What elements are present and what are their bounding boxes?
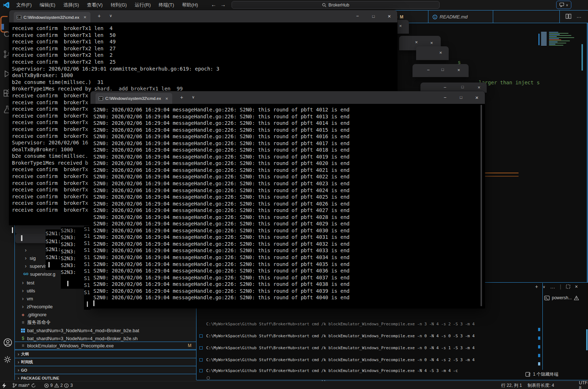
section-label: PACKAGE OUTLINE — [21, 376, 59, 380]
scrollbar[interactable] — [481, 105, 482, 306]
cmd-tab[interactable]: C:\ C:\Windows\system32\cmd.ex × — [96, 93, 172, 104]
split-editor-icon[interactable] — [566, 13, 571, 19]
chevron-right-icon: › — [16, 367, 21, 373]
close-icon[interactable]: × — [469, 91, 485, 104]
nav-forward-icon[interactable]: → — [220, 1, 226, 8]
accounts-icon[interactable] — [3, 338, 12, 347]
minimize-icon[interactable]: − — [427, 67, 430, 73]
indent-setting[interactable]: 制表符长度: 4 — [528, 381, 554, 389]
new-tab-icon[interactable]: + — [180, 94, 183, 100]
menu-item[interactable]: 终端(T) — [155, 1, 177, 9]
sidebar-item-label: supervis — [30, 263, 47, 269]
log-line: receive confirm brokerTx1 len 50 — [12, 32, 397, 39]
close-icon[interactable]: × — [399, 23, 402, 29]
branch-name: main* — [18, 383, 30, 388]
sidebar-section-PACKAGE OUTLINE[interactable]: ›PACKAGE OUTLINE — [14, 374, 196, 382]
scrollbar-thumb[interactable] — [586, 329, 588, 350]
log-line: b2e consume time(millsec.) 31 — [12, 79, 397, 86]
minimize-icon[interactable]: − — [444, 85, 447, 90]
more-actions-icon[interactable]: … — [576, 13, 581, 19]
close-panel-icon[interactable]: × — [575, 284, 578, 289]
log-line: receive confirm brokerTx1 len 4 — [12, 25, 397, 32]
cmd-tab[interactable]: C:\ C:\Windows\system32\cmd.ex × — [14, 12, 90, 22]
command-decoration-icon[interactable] — [199, 358, 203, 361]
copilot-button[interactable]: ∨ — [556, 1, 571, 9]
tab-readme-md[interactable]: README.md — [428, 10, 493, 23]
menu-item[interactable]: 文件(F) — [13, 1, 35, 9]
tab-dropdown-icon[interactable]: ∨ — [192, 95, 195, 100]
sidebar-item-.gitignore[interactable]: ◆.gitignore — [14, 310, 196, 318]
command-decoration-icon[interactable] — [199, 346, 203, 350]
log-line: S2N0: 2026/02/06 16:29:04 messageHandle.… — [93, 153, 485, 160]
cmd-title-bar[interactable]: C:\ C:\Windows\system32\cmd.ex × + ∨ − □… — [90, 91, 485, 104]
close-icon[interactable]: × — [457, 67, 460, 73]
problems-status[interactable]: 9 2 3 — [44, 381, 73, 389]
command-decoration-icon[interactable] — [199, 369, 203, 372]
maximize-icon[interactable]: □ — [461, 85, 464, 89]
more-actions-icon[interactable]: … — [550, 284, 555, 289]
sidebar-section-时间线[interactable]: ›时间线 — [14, 358, 196, 366]
menu-item[interactable]: 查看(V) — [84, 1, 106, 9]
cmd-tab-title: C:\Windows\system32\cmd.ex — [24, 15, 79, 20]
menu-item[interactable]: 选择(S) — [60, 1, 82, 9]
search-text: BrokerHub — [329, 3, 349, 8]
tab-label: README.md — [440, 14, 468, 20]
cursor-position[interactable]: 行 22, 列 1 — [501, 381, 522, 389]
sidebar-item-blockEmulator_Windows_Precompile.exe[interactable]: ≡blockEmulator_Windows_Precompile.exeM — [14, 342, 196, 350]
minimize-icon[interactable]: − — [437, 91, 453, 104]
new-terminal-icon[interactable]: + — [535, 284, 538, 289]
log-line: S2N3: — [61, 269, 84, 276]
log-line: S1 — [84, 289, 90, 296]
encoding-setting[interactable]: UTF-8 — [579, 381, 588, 389]
maximize-panel-icon[interactable] — [566, 284, 570, 289]
command-decoration-icon[interactable] — [199, 334, 203, 338]
maximize-icon[interactable]: □ — [453, 91, 469, 104]
menu-item[interactable]: 编辑(E) — [37, 1, 59, 9]
new-tab-icon[interactable]: + — [98, 13, 101, 19]
minimap[interactable] — [540, 32, 582, 47]
terminal-list-item-powershell[interactable]: powersh... — [544, 293, 588, 303]
menu-item[interactable]: 运行(R) — [131, 1, 154, 9]
minimap-line — [549, 32, 558, 33]
sidebar-section-GO[interactable]: ›GO — [14, 366, 196, 374]
remote-indicator[interactable] — [2, 381, 7, 389]
terminal-cursor — [21, 235, 22, 241]
sidebar-section-大纲[interactable]: ›大纲 — [14, 350, 196, 358]
editor-right-border — [587, 23, 588, 282]
hidden-terminals-badge[interactable]: 1 个隐藏终端 — [525, 371, 558, 377]
close-icon[interactable]: × — [381, 10, 397, 22]
cmd-title-bar[interactable]: C:\ C:\Windows\system32\cmd.ex × + ∨ − □… — [9, 10, 397, 22]
terminal-dropdown-icon[interactable]: ∨ — [543, 285, 545, 289]
terminal-cursor — [67, 281, 68, 286]
editor-overview-ruler[interactable] — [581, 44, 583, 71]
log-line: S2N0: 2026/02/06 16:29:04 messageHandle.… — [93, 247, 485, 254]
log-line: S2N0: 2026/02/06 16:29:04 messageHandle.… — [93, 281, 485, 288]
cmd-window-front[interactable]: C:\ C:\Windows\system32\cmd.ex × + ∨ − □… — [90, 91, 485, 308]
minimap-line — [541, 43, 547, 43]
maximize-icon[interactable]: □ — [365, 10, 381, 22]
sidebar-item-bat_shardNum=3_NodeNum=4_mod=Broker_b2e.bat[interactable]: bat_shardNum=3_NodeNum=4_mod=Broker_b2e.… — [14, 326, 196, 334]
command-center-search[interactable]: BrokerHub — [232, 1, 440, 9]
close-icon[interactable]: × — [430, 40, 433, 46]
sidebar-item-bat_shardNum=3_NodeNum=4_mod=Broker_b2e.sh[interactable]: $bat_shardNum=3_NodeNum=4_mod=Broker_b2e… — [14, 334, 196, 342]
git-branch-status[interactable]: main* — [12, 381, 36, 389]
sidebar-item-服务器命令[interactable]: ≡服务器命令 — [14, 318, 196, 326]
log-line: dealTxByBroker: 1000 — [12, 72, 397, 79]
tab-dropdown-icon[interactable]: ∨ — [109, 13, 112, 18]
close-icon[interactable]: × — [478, 85, 481, 90]
menu-item[interactable]: 帮助(H) — [179, 1, 201, 9]
menu-item[interactable]: 转到(G) — [107, 1, 130, 9]
settings-gear-icon[interactable] — [3, 355, 12, 364]
nav-back-icon[interactable]: ← — [211, 1, 216, 8]
tab-separator — [559, 10, 560, 23]
close-tab-icon[interactable]: × — [165, 96, 168, 101]
maximize-icon[interactable]: □ — [441, 67, 444, 72]
command-overview-mark — [538, 337, 540, 340]
close-tab-icon[interactable]: × — [84, 14, 86, 20]
close-icon[interactable]: × — [439, 50, 442, 55]
log-line: receive confirm brokerTx1 len 49 — [12, 38, 397, 45]
log-line: S2N0: 2026/02/06 16:29:04 messageHandle.… — [93, 187, 485, 194]
section-label: 时间线 — [21, 359, 33, 365]
minimize-icon[interactable]: − — [350, 10, 365, 22]
close-icon[interactable]: × — [415, 39, 418, 45]
